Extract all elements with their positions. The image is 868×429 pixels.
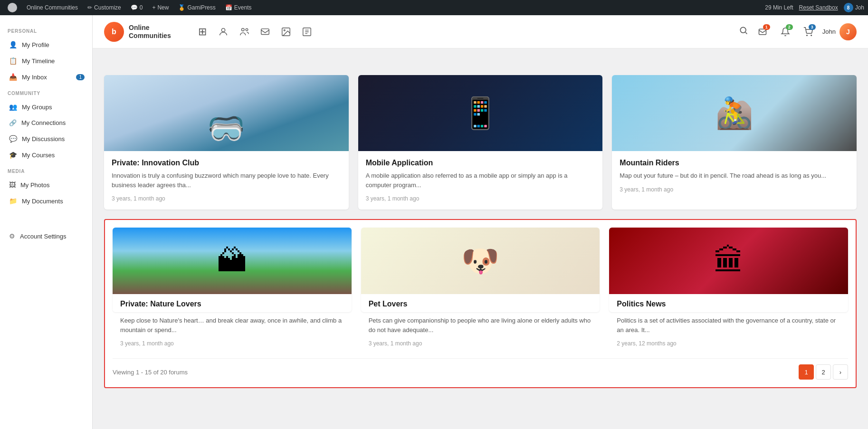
connections-icon (9, 119, 17, 126)
sidebar-item-account-settings[interactable]: Account Settings (0, 228, 92, 244)
svg-point-0 (221, 28, 225, 31)
svg-rect-3 (261, 29, 269, 34)
reset-sandbox-button[interactable]: Reset Sandbox (799, 4, 838, 11)
profile-nav-button[interactable] (215, 23, 232, 40)
inbox-badge: 1 (76, 74, 85, 80)
media-nav-button[interactable] (277, 23, 295, 40)
bottom-card-2: Politics is a set of activities associat… (609, 312, 848, 351)
search-button[interactable] (739, 26, 748, 38)
forum-card-private-innovation[interactable]: Private: Innovation Club Innovation is t… (104, 75, 349, 210)
forum-card-image-mobile (358, 75, 603, 151)
events-button[interactable]: 📅 Events (221, 0, 256, 15)
svg-point-10 (811, 35, 812, 36)
sidebar-item-my-documents[interactable]: My Documents (0, 193, 92, 209)
gamipress-button[interactable]: 🏅 GamiPress (174, 0, 219, 15)
inbox-icon (9, 73, 17, 81)
sidebar-item-my-inbox[interactable]: My Inbox 1 (0, 69, 92, 85)
bottom-title-0: Private: Nature Lovers (120, 300, 344, 308)
members-nav-button[interactable] (236, 23, 253, 40)
sidebar-item-my-courses[interactable]: My Courses (0, 147, 92, 163)
sidebar-item-my-profile[interactable]: My Profile (0, 37, 92, 53)
user-menu[interactable]: John J (822, 23, 857, 40)
timeline-icon (9, 57, 17, 65)
site-logo[interactable]: b Online Communities (104, 22, 171, 42)
sidebar-item-my-groups[interactable]: My Groups (0, 99, 92, 115)
activity-nav-button[interactable] (298, 23, 315, 40)
sidebar-label-my-profile: My Profile (22, 41, 49, 48)
page-1-button[interactable]: 1 (799, 364, 814, 380)
forum-card-body-1: Mobile Application A mobile application … (358, 151, 603, 210)
events-label: Events (234, 4, 252, 11)
gamipress-label: GamiPress (187, 4, 215, 11)
logo-text: Online Communities (129, 24, 171, 40)
events-icon: 📅 (225, 4, 232, 11)
sidebar-item-my-photos[interactable]: My Photos (0, 177, 92, 193)
svg-point-2 (246, 29, 248, 31)
photos-icon (9, 181, 16, 189)
documents-icon (9, 197, 17, 205)
forum-card-mobile-application[interactable]: Mobile Application A mobile application … (358, 75, 603, 210)
new-icon: + (152, 4, 155, 11)
sidebar-label-my-courses: My Courses (22, 152, 55, 159)
svg-point-9 (806, 35, 807, 36)
settings-icon (9, 232, 15, 240)
customize-button[interactable]: ✏ Customize (84, 0, 125, 15)
wp-logo-button[interactable]: W (4, 0, 21, 15)
forum-card-title-1: Mobile Application (366, 159, 595, 167)
comments-button[interactable]: 💬 0 (127, 0, 147, 15)
bottom-title-1: Pet Lovers (369, 300, 592, 308)
forum-card-desc-0: Innovation is truly a confusing buzzword… (112, 171, 341, 190)
sidebar-label-my-groups: My Groups (22, 104, 52, 111)
admin-username: Joh (855, 4, 864, 11)
admin-bar: W Online Communities ✏ Customize 💬 0 + N… (0, 0, 868, 15)
bottom-card-0: Keep close to Nature's heart… and break … (113, 312, 352, 351)
svg-point-1 (241, 28, 244, 30)
sidebar-label-my-timeline: My Timeline (22, 57, 55, 65)
forum-card-politics-image[interactable]: Politics News (609, 228, 848, 312)
messages-nav-button[interactable] (257, 23, 274, 40)
politics-image-placeholder (609, 228, 848, 294)
groups-icon (9, 103, 17, 111)
cart-badge: 3 (809, 24, 816, 30)
bottom-card-time-1: 3 years, 1 month ago (369, 340, 592, 347)
header-nav: ⊞ (194, 23, 315, 40)
svg-point-7 (740, 27, 746, 33)
site-name-button[interactable]: Online Communities (23, 0, 82, 15)
forum-card-mountain-riders[interactable]: Mountain Riders Map out your future – bu… (612, 75, 857, 210)
courses-icon (9, 151, 17, 159)
mobile-image-placeholder (358, 75, 603, 151)
comments-icon: 💬 (131, 4, 138, 11)
person-icon (9, 41, 17, 48)
timer-label: 29 Min Left (765, 4, 793, 11)
sidebar: PERSONAL My Profile My Timeline My Inbox… (0, 15, 93, 429)
bottom-card-desc-2: Politics is a set of activities associat… (617, 316, 840, 334)
new-button[interactable]: + New (148, 0, 172, 15)
vr-image-placeholder (104, 75, 349, 151)
post-nav-button[interactable]: ⊞ (194, 23, 211, 40)
notifications-button[interactable]: 2 (777, 23, 794, 40)
forum-card-image-mountain (612, 75, 857, 151)
forum-card-time-0: 3 years, 1 month ago (112, 195, 341, 202)
sidebar-label-my-photos: My Photos (20, 181, 49, 189)
cart-button[interactable]: 3 (800, 23, 817, 40)
sidebar-label-account-settings: Account Settings (20, 233, 67, 240)
customize-label: Customize (94, 4, 121, 11)
bottom-cards-grid-images: Private: Nature Lovers Pet Lovers (113, 228, 848, 312)
sidebar-label-my-discussions: My Discussions (22, 135, 65, 143)
sidebar-item-my-discussions[interactable]: My Discussions (0, 131, 92, 147)
forum-card-nature-image[interactable]: Private: Nature Lovers (113, 228, 352, 312)
gamipress-icon: 🏅 (178, 4, 185, 11)
bottom-card-time-2: 2 years, 12 months ago (617, 340, 840, 347)
forum-cards-grid: Private: Innovation Club Innovation is t… (104, 75, 857, 210)
sidebar-item-my-connections[interactable]: My Connections (0, 115, 92, 131)
page-2-button[interactable]: 2 (816, 364, 831, 380)
dog-image-placeholder (361, 228, 600, 294)
sidebar-label-my-connections: My Connections (21, 119, 66, 126)
mail-button[interactable]: 1 (754, 23, 771, 40)
header-right: 1 2 3 John J (739, 23, 857, 40)
next-page-button[interactable]: › (833, 364, 848, 380)
sidebar-item-my-timeline[interactable]: My Timeline (0, 53, 92, 69)
forum-card-dog-image[interactable]: Pet Lovers (361, 228, 600, 312)
logo-symbol: b (112, 28, 116, 36)
bottom-section: Private: Nature Lovers Pet Lovers (104, 219, 857, 388)
